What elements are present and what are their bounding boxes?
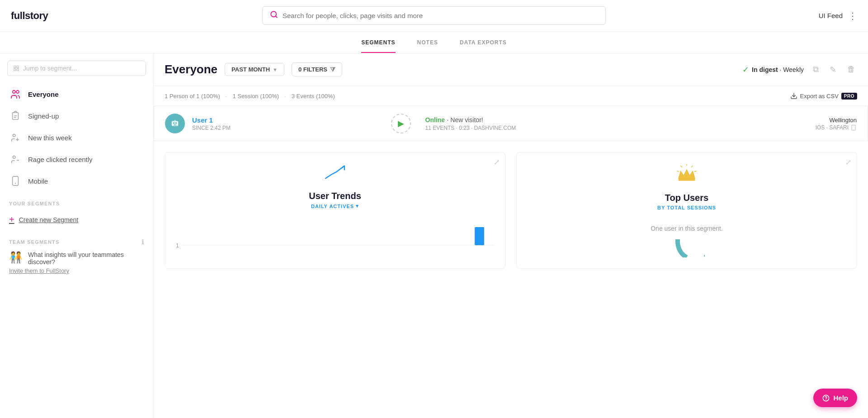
date-filter-button[interactable]: PAST MONTH ▼ [225,63,284,76]
team-segments-section: TEAM SEGMENTS ℹ [0,229,153,249]
search-bar[interactable] [262,6,606,25]
sessions-stat: 1 Session (100%) [232,93,279,100]
digest-text: In digest · Weekly [752,66,804,73]
svg-rect-27 [475,227,484,245]
crown-icon [675,163,698,187]
create-segment-link[interactable]: + Create new Segment [0,210,153,229]
header-right: UI Feed ⋮ [785,10,857,21]
sidebar-item-signed-up[interactable]: Signed-up [0,105,153,127]
tab-segments[interactable]: SEGMENTS [361,39,395,53]
team-invite-link[interactable]: Invite them to FullStory [0,267,153,274]
clipboard-icon [9,109,22,122]
visitor-note: · New visitor! [447,116,483,124]
expand-top-users-icon[interactable]: ⤢ [845,158,851,166]
events-stat: 3 Events (100%) [292,93,335,100]
daily-actives-button[interactable]: DAILY ACTIVES ▾ [311,203,359,209]
svg-rect-3 [17,66,19,68]
sidebar-item-label-new-this-week: New this week [28,134,72,142]
filters-button[interactable]: 0 FILTERS ⧩ [292,62,342,76]
tab-data-exports[interactable]: DATA EXPORTS [460,39,507,53]
table-row[interactable]: User 1 SINCE 2:42 PM ▶ Online · New visi… [154,106,868,141]
trends-chart: 1 [176,214,494,250]
user-info: User 1 SINCE 2:42 PM [192,116,384,131]
chart-y-label: 1 [176,242,182,250]
main-layout: Jump to segment... Everyone Signed-up [0,53,868,418]
subtitle-chevron-icon: ▾ [356,203,359,209]
avatar [165,114,185,133]
user-trends-title: User Trends [309,191,361,201]
team-emoji-icon: 🧑‍🤝‍🧑 [9,251,23,264]
edit-icon[interactable]: ✎ [828,63,838,76]
svg-line-31 [677,171,679,172]
username-label: UI Feed [819,12,843,19]
svg-rect-4 [17,69,19,71]
session-details: 11 EVENTS · 0:23 · DASHVINE.COM [425,125,808,131]
sidebar-item-new-this-week[interactable]: New this week [0,127,153,148]
play-button[interactable]: ▶ [391,114,411,133]
segment-search[interactable]: Jump to segment... [7,61,146,76]
top-users-note: One user in this segment. [528,216,846,232]
sidebar-item-label-everyone: Everyone [28,90,59,98]
tab-notes[interactable]: NOTES [417,39,438,53]
help-button[interactable]: Help [813,389,857,407]
user-location: Wellington IOS · SAFARI [816,117,857,131]
top-users-body: One user in this segment. [528,216,846,257]
segment-search-placeholder: Jump to segment... [23,65,77,72]
content-actions: ✓ In digest · Weekly ⧉ ✎ 🗑 [742,63,857,76]
svg-rect-2 [14,66,16,68]
person-rage-icon [9,153,22,166]
user-stats: 1 Person of 1 (100%) · 1 Session (100%) … [165,93,335,100]
by-total-sessions-label: BY TOTAL SESSIONS [657,205,716,210]
svg-point-6 [13,90,15,93]
sidebar: Jump to segment... Everyone Signed-up [0,53,154,418]
content-header: Everyone PAST MONTH ▼ 0 FILTERS ⧩ ✓ In d… [154,53,868,86]
search-input[interactable] [283,12,598,19]
help-label: Help [833,394,848,402]
top-users-card: ⤢ Top Users BY T [516,152,857,269]
sidebar-item-rage-clicked[interactable]: Rage clicked recently [0,148,153,170]
svg-line-32 [694,171,697,172]
checkmark-icon: ✓ [742,65,749,75]
plus-icon: + [9,214,14,225]
svg-rect-22 [174,124,176,125]
sidebar-item-mobile[interactable]: Mobile [0,170,153,192]
team-info-icon[interactable]: ℹ [142,238,144,246]
search-icon [270,10,278,21]
trend-icon [324,163,346,185]
svg-rect-5 [14,69,16,71]
device-info: IOS · SAFARI [816,124,857,131]
sidebar-item-everyone[interactable]: Everyone [0,83,153,105]
more-menu-icon[interactable]: ⋮ [848,10,857,21]
copy-icon[interactable]: ⧉ [811,63,821,76]
svg-point-11 [13,134,16,137]
svg-rect-15 [13,176,19,185]
nav-tabs: SEGMENTS NOTES DATA EXPORTS [0,32,868,53]
svg-point-7 [16,90,19,93]
svg-rect-21 [175,123,177,124]
svg-rect-20 [173,123,175,124]
date-chevron-icon: ▼ [273,67,278,72]
location-text: Wellington [816,117,857,124]
svg-rect-23 [175,120,175,121]
create-segment-label: Create new Segment [19,216,79,223]
team-question-text: What insights will your teammates discov… [28,251,144,266]
svg-rect-24 [852,125,855,130]
top-users-title: Top Users [665,193,708,203]
export-csv-button[interactable]: Export as CSV PRO [790,92,857,100]
app-header: fullstory UI Feed ⋮ [0,0,868,32]
user-since: SINCE 2:42 PM [192,125,384,131]
expand-trends-icon[interactable]: ⤢ [494,158,500,166]
mobile-icon [9,175,22,187]
team-promo-row: 🧑‍🤝‍🧑 What insights will your teammates … [0,249,153,267]
sidebar-item-label-rage-clicked: Rage clicked recently [28,156,93,163]
delete-icon[interactable]: 🗑 [845,63,857,76]
svg-line-29 [681,166,682,167]
filters-count-label: 0 FILTERS [298,66,327,73]
cards-row: ⤢ User Trends DAILY ACTIVES ▾ 1 [154,141,868,280]
sidebar-item-label-mobile: Mobile [28,177,48,185]
svg-marker-33 [679,170,695,179]
online-status: Online [425,116,445,124]
play-circle-icon[interactable]: ▶ [391,114,411,133]
pro-badge: PRO [841,93,857,100]
user-name: User 1 [192,116,384,124]
